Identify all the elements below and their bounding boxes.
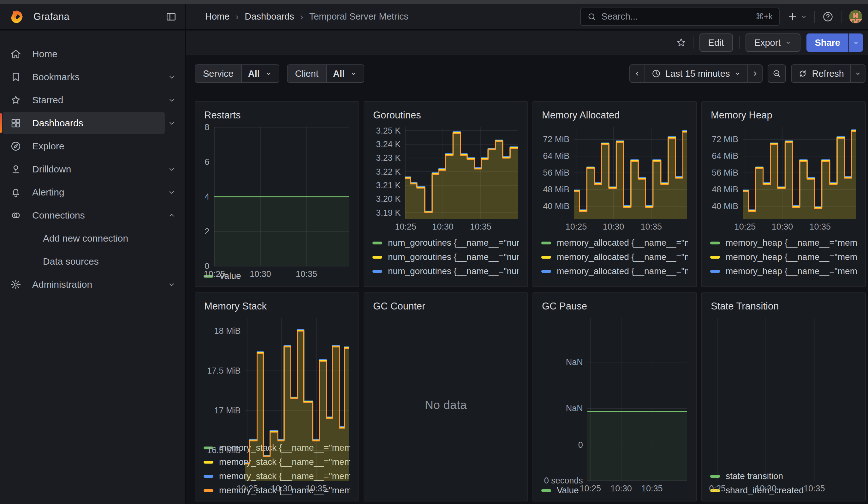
time-shift-back-button[interactable] [630, 65, 644, 82]
sidebar-item-alerting[interactable]: Alerting [0, 181, 185, 203]
search-placeholder: Search... [601, 11, 751, 22]
panel-title[interactable]: GC Counter [373, 301, 519, 312]
sidebar-item-label: Bookmarks [32, 72, 80, 82]
breadcrumb-dashboards[interactable]: Dashboards [245, 11, 294, 22]
chart-canvas: 8642010:2510:3010:35 [204, 124, 350, 279]
legend-item[interactable]: num_goroutines {__name__="num_go [372, 252, 519, 262]
breadcrumb-home[interactable]: Home [205, 11, 229, 22]
state-transition-chart[interactable]: 0:2510:3010:35 [710, 315, 857, 465]
chevron-down-icon [167, 73, 176, 81]
export-button[interactable]: Export [745, 33, 801, 52]
sidebar-item-label: Explore [32, 141, 64, 152]
panel-title[interactable]: Memory Allocated [542, 110, 688, 121]
nav-right-section: Home › Dashboards › Temporal Server Metr… [186, 4, 868, 29]
panel-title[interactable]: Goroutines [373, 110, 519, 121]
memory-heap-chart[interactable]: 72 MiB64 MiB56 MiB48 MiB40 MiB10:2510:30… [710, 124, 857, 232]
sidebar: HomeBookmarksStarredDashboardsExploreDri… [0, 31, 186, 504]
help-icon[interactable] [822, 11, 834, 23]
svg-text:10:30: 10:30 [603, 222, 624, 232]
svg-text:10:25: 10:25 [580, 484, 601, 493]
sidebar-item-administration[interactable]: Administration [0, 273, 185, 296]
legend-item[interactable]: num_goroutines {__name__="num_go [372, 238, 519, 248]
svg-text:10:30: 10:30 [432, 222, 454, 232]
svg-text:56 MiB: 56 MiB [543, 168, 569, 177]
share-dropdown-button[interactable] [849, 33, 863, 52]
memory-allocated-chart[interactable]: 72 MiB64 MiB56 MiB48 MiB40 MiB10:2510:30… [541, 124, 688, 232]
zoom-out-button[interactable] [768, 64, 786, 83]
gc-pause-chart[interactable]: NaNNaN00 seconds10:2510:3010:35 [541, 315, 688, 480]
panel-title[interactable]: GC Pause [542, 301, 688, 312]
sidebar-item-data-sources[interactable]: Data sources [0, 250, 185, 272]
svg-text:3.23 K: 3.23 K [376, 153, 401, 163]
panel-memory-allocated: Memory Allocated 72 MiB64 MiB56 MiB48 Mi… [533, 101, 697, 287]
svg-text:10:35: 10:35 [470, 222, 492, 232]
new-button[interactable] [787, 11, 807, 22]
legend-label: memory_heap {__name__="memory_h [726, 280, 857, 281]
svg-text:3.22 K: 3.22 K [376, 167, 401, 176]
legend-item[interactable]: memory_heap {__name__="memory_h [710, 267, 857, 276]
sidebar-item-drilldown[interactable]: Drilldown [0, 158, 185, 180]
time-shift-forward-button[interactable] [747, 65, 762, 82]
search-icon [587, 12, 597, 21]
svg-text:10:35: 10:35 [804, 484, 825, 493]
user-avatar[interactable] [848, 10, 863, 24]
restarts-chart[interactable]: 8642010:2510:3010:35 [204, 124, 350, 265]
sidebar-item-label: Starred [32, 95, 63, 105]
legend-label: memory_heap {__name__="memory_h [726, 238, 857, 248]
legend-item[interactable]: num_goroutines {__name__="num_go [372, 267, 519, 276]
svg-text:10:25: 10:25 [204, 269, 225, 279]
legend-item[interactable]: memory_allocated {__name__="memo [541, 252, 688, 262]
client-filter-label: Client [288, 65, 326, 82]
sidebar-item-dashboards[interactable]: Dashboards [0, 112, 185, 134]
client-filter[interactable]: Client All [287, 64, 364, 83]
legend-item[interactable]: memory_heap {__name__="memory_h [710, 238, 857, 248]
legend-item[interactable]: memory_allocated {__name__="memo [541, 267, 688, 276]
series-color-dash [372, 241, 382, 245]
svg-text:64 MiB: 64 MiB [712, 151, 738, 161]
series-color-dash [710, 270, 720, 273]
svg-text:10:30: 10:30 [755, 484, 776, 493]
svg-text:4: 4 [205, 192, 209, 202]
no-data-message: No data [425, 399, 467, 412]
sidebar-item-starred[interactable]: Starred [0, 89, 185, 111]
chevron-down-icon [852, 39, 859, 46]
refresh-interval-dropdown[interactable] [850, 65, 865, 82]
memory-stack-chart[interactable]: 18 MiB17.5 MiB17 MiB16.5 MiB10:2510:3010… [204, 315, 350, 437]
goroutines-chart[interactable]: 3.25 K3.24 K3.23 K3.22 K3.21 K3.20 K3.19… [372, 124, 519, 232]
favorite-star-icon[interactable] [675, 37, 687, 48]
client-filter-value[interactable]: All [326, 65, 364, 82]
panel-title[interactable]: Memory Heap [711, 110, 857, 121]
sidebar-item-connections[interactable]: Connections [0, 204, 185, 226]
svg-text:3.25 K: 3.25 K [376, 126, 401, 135]
panel-title[interactable]: State Transition [711, 301, 857, 312]
chevron-down-icon [785, 39, 792, 46]
service-filter[interactable]: Service All [195, 64, 279, 83]
drilldown-icon [10, 164, 21, 175]
time-range-picker[interactable]: Last 15 minutes [644, 65, 748, 82]
svg-text:18 MiB: 18 MiB [214, 326, 241, 336]
svg-text:56 MiB: 56 MiB [712, 168, 738, 177]
nav-actions [787, 10, 863, 24]
series-color-dash [372, 256, 382, 259]
share-button[interactable]: Share [806, 33, 848, 52]
panel-title[interactable]: Memory Stack [204, 301, 350, 312]
svg-text:10:30: 10:30 [250, 269, 271, 279]
legend-item[interactable]: memory_allocated {__name__="memo [541, 238, 688, 248]
search-input[interactable]: Search... ⌘+k [580, 8, 779, 26]
svg-text:64 MiB: 64 MiB [543, 151, 569, 161]
service-filter-value[interactable]: All [241, 65, 279, 82]
svg-text:6: 6 [205, 157, 209, 167]
edit-button[interactable]: Edit [700, 33, 733, 52]
legend-item[interactable]: memory_heap {__name__="memory_h [710, 252, 857, 262]
svg-text:10:35: 10:35 [296, 269, 317, 279]
dashboard-toolbar: Edit Export Share [186, 31, 868, 55]
series-color-dash [710, 241, 720, 245]
sidebar-toggle-icon[interactable] [165, 11, 177, 22]
sidebar-item-explore[interactable]: Explore [0, 135, 185, 157]
refresh-button[interactable]: Refresh [792, 65, 850, 82]
sidebar-item-home[interactable]: Home [0, 43, 185, 65]
zoom-out-icon [772, 69, 782, 78]
sidebar-item-bookmarks[interactable]: Bookmarks [0, 66, 185, 88]
sidebar-item-add-new-connection[interactable]: Add new connection [0, 227, 185, 249]
panel-title[interactable]: Restarts [204, 110, 350, 121]
